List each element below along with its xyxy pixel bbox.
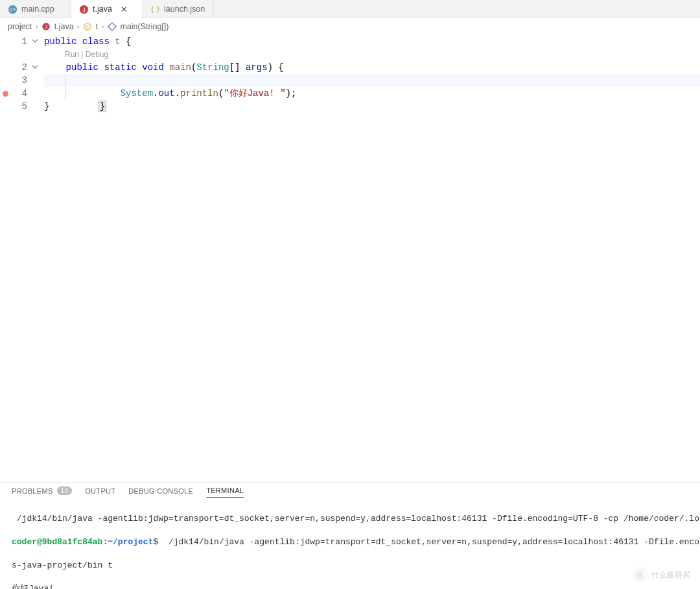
chevron-right-icon: › xyxy=(36,22,38,31)
line-number: 4 xyxy=(0,87,44,100)
crumb-project[interactable]: project xyxy=(8,22,32,31)
svg-rect-8 xyxy=(108,23,116,30)
breakpoint-icon[interactable] xyxy=(3,91,8,97)
editor-tabs: C+ main.cpp J t.java ✕ { } launch.json xyxy=(0,0,700,18)
codelens-debug[interactable]: Debug xyxy=(86,50,108,59)
tab-label: t.java xyxy=(93,5,112,14)
problems-count-badge: 10 xyxy=(57,487,73,495)
method-icon xyxy=(107,22,117,32)
terminal-line: s-java-project/bin t xyxy=(12,560,688,571)
json-file-icon: { } xyxy=(150,5,160,14)
bottom-panel: PROBLEMS 10 OUTPUT DEBUG CONSOLE TERMINA… xyxy=(0,482,700,589)
java-file-icon: J xyxy=(41,22,51,32)
panel-tabs: PROBLEMS 10 OUTPUT DEBUG CONSOLE TERMINA… xyxy=(0,483,700,500)
tab-label: launch.json xyxy=(164,5,205,14)
code-line: public class t { xyxy=(44,35,700,48)
svg-text:C: C xyxy=(86,25,89,29)
line-number: 5 xyxy=(0,100,44,113)
terminal-line: coder@9bd8a1fc84ab:~/project$ /jdk14/bin… xyxy=(12,536,688,548)
class-icon: C xyxy=(83,22,93,32)
tab-t-java[interactable]: J t.java ✕ xyxy=(71,0,143,18)
terminal-output: 你好Java! xyxy=(12,583,688,589)
svg-text:J: J xyxy=(82,6,85,12)
code-line: public static void main(String[] args) { xyxy=(44,61,700,74)
codelens: Run | Debug xyxy=(44,48,700,61)
panel-tab-debug-console[interactable]: DEBUG CONSOLE xyxy=(128,487,193,498)
terminal-line: /jdk14/bin/java -agentlib:jdwp=transport… xyxy=(12,513,688,525)
chevron-right-icon: › xyxy=(101,22,104,31)
crumb-class[interactable]: t xyxy=(96,22,98,31)
tab-launch-json[interactable]: { } launch.json xyxy=(143,0,214,18)
chevron-right-icon: › xyxy=(77,22,80,31)
line-number: 1 xyxy=(0,35,44,48)
svg-text:J: J xyxy=(45,25,47,29)
code-content[interactable]: public class t { Run | Debug public stat… xyxy=(44,35,700,113)
editor[interactable]: 1 2 3 4 5 public class t { Run | Debug p… xyxy=(0,35,700,482)
fold-icon[interactable] xyxy=(31,37,39,45)
cpp-file-icon: C+ xyxy=(8,5,18,14)
fold-icon[interactable] xyxy=(31,63,39,71)
line-number: 2 xyxy=(0,61,44,74)
terminal[interactable]: /jdk14/bin/java -agentlib:jdwp=transport… xyxy=(0,500,700,589)
panel-tab-terminal[interactable]: TERMINAL xyxy=(206,487,244,498)
panel-tab-output[interactable]: OUTPUT xyxy=(85,487,115,498)
tab-main-cpp[interactable]: C+ main.cpp xyxy=(0,0,71,18)
crumb-method[interactable]: main(String[]) xyxy=(120,22,169,31)
gutter: 1 2 3 4 5 xyxy=(0,35,44,482)
close-icon[interactable]: ✕ xyxy=(120,5,129,14)
panel-tab-problems[interactable]: PROBLEMS 10 xyxy=(12,487,72,498)
crumb-file[interactable]: t.java xyxy=(54,22,74,31)
svg-text:C+: C+ xyxy=(10,6,16,12)
code-line: } xyxy=(44,100,700,113)
code-line-current: System.out.println("你好Java! "); xyxy=(44,74,700,87)
code-line: } xyxy=(44,87,700,100)
tab-label: main.cpp xyxy=(21,5,54,14)
java-file-icon: J xyxy=(79,5,89,14)
breadcrumb: project › J t.java › C t › main(String[]… xyxy=(0,18,700,35)
codelens-run[interactable]: Run xyxy=(65,50,79,59)
line-number: 3 xyxy=(0,74,44,87)
